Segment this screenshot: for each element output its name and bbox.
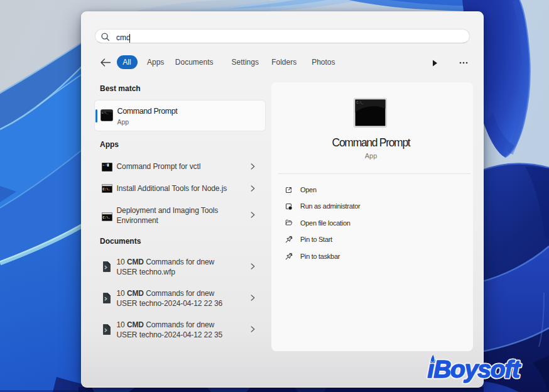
svg-text:C:\_: C:\_ (357, 101, 364, 104)
svg-text:C:\_: C:\_ (102, 112, 108, 114)
svg-text:C:\.: C:\. (103, 215, 111, 219)
svg-text:C:\.: C:\. (103, 188, 111, 192)
svg-text:iBoysoft: iBoysoft (428, 356, 522, 383)
